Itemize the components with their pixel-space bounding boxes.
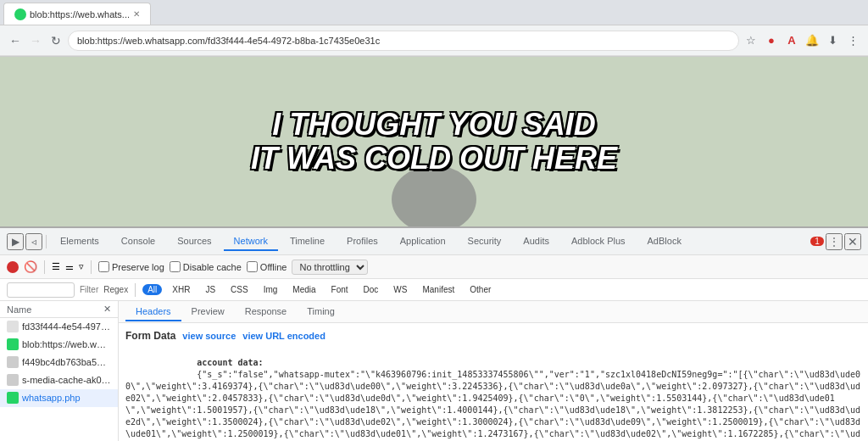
disable-cache-checkbox[interactable]: Disable cache <box>170 261 242 272</box>
address-bar[interactable]: blob:https://web.whatsapp.com/fd33f444-4… <box>68 31 739 51</box>
tab-application[interactable]: Application <box>390 232 456 251</box>
filter-placeholder-label: Filter <box>80 285 98 294</box>
page-content: I THOUGHT YOU SAID IT WAS COLD OUT HERE <box>0 57 868 226</box>
forward-button[interactable]: → <box>27 32 44 49</box>
sep1 <box>44 260 45 274</box>
tab-adblock-plus[interactable]: Adblock Plus <box>561 232 636 251</box>
tab-profiles[interactable]: Profiles <box>337 232 388 251</box>
offline-checkbox[interactable]: Offline <box>247 261 287 272</box>
preserve-log-input[interactable] <box>98 261 109 272</box>
filter-js[interactable]: JS <box>200 284 220 295</box>
tab-elements[interactable]: Elements <box>50 232 109 251</box>
filter-css[interactable]: CSS <box>225 284 253 295</box>
tab-bar: blob:https://web.whats... ✕ <box>0 0 868 25</box>
main-area: I THOUGHT YOU SAID IT WAS COLD OUT HERE … <box>0 57 868 441</box>
tab-network[interactable]: Network <box>224 232 278 251</box>
filter-icon: ▿ <box>79 261 84 272</box>
sidebar-favicon-2 <box>7 338 19 350</box>
filter-other[interactable]: Other <box>465 284 496 295</box>
disable-cache-input[interactable] <box>170 261 181 272</box>
sidebar-item-2[interactable]: blob:https://web.whats... <box>0 336 118 354</box>
sidebar-item-text-1: fd33f444-4e54-4972-b... <box>22 321 111 332</box>
filter-ws[interactable]: WS <box>388 284 412 295</box>
devtools-inspect-icon[interactable]: ▶ <box>7 233 24 250</box>
content-panel: Headers Preview Response Timing Form Dat… <box>119 301 868 441</box>
account-key: account data: <box>197 358 263 367</box>
meme-line2: IT WAS COLD OUT HERE <box>251 142 617 176</box>
sidebar-item-text-3: f449bc4db763ba55378... <box>22 357 111 367</box>
form-data-section: Form Data view source view URL encoded a… <box>125 330 861 441</box>
download-button[interactable]: ⬇ <box>824 32 841 49</box>
adblock-icon[interactable]: A <box>783 32 800 49</box>
sidebar-item-4[interactable]: s-media-cache-ak0.pin... <box>0 371 118 389</box>
req-tab-response[interactable]: Response <box>235 303 298 321</box>
devtools-more-icon[interactable]: ⋮ <box>826 233 843 250</box>
meme-text: I THOUGHT YOU SAID IT WAS COLD OUT HERE <box>251 108 617 175</box>
whatsapp-icon[interactable]: ● <box>763 32 780 49</box>
sidebar-item-text-4: s-media-cache-ak0.pin... <box>22 375 111 385</box>
bookmark-button[interactable]: ☆ <box>743 32 760 49</box>
tab-audits[interactable]: Audits <box>513 232 559 251</box>
tab-console[interactable]: Console <box>111 232 165 251</box>
menu-button[interactable]: ⋮ <box>844 32 861 49</box>
browser-tab[interactable]: blob:https://web.whats... ✕ <box>3 3 151 25</box>
form-data-links: view source view URL encoded <box>182 331 326 341</box>
name-header: Name <box>7 304 31 315</box>
tab-security[interactable]: Security <box>458 232 512 251</box>
devtools-mobile-icon[interactable]: ◃ <box>25 233 42 250</box>
url-text: blob:https://web.whatsapp.com/fd33f444-4… <box>77 36 380 46</box>
tab-sources[interactable]: Sources <box>167 232 221 251</box>
filter-manifest[interactable]: Manifest <box>417 284 459 295</box>
sidebar-favicon-1 <box>7 321 19 332</box>
sidebar-item-1[interactable]: fd33f444-4e54-4972-b... <box>0 318 118 336</box>
filter-xhr[interactable]: XHR <box>167 284 195 295</box>
sep2 <box>91 260 92 274</box>
account-value: {"s_s":"false","whatsapp-mutex":"\"k4639… <box>125 370 860 441</box>
view-url-encoded-link[interactable]: view URL encoded <box>242 331 326 341</box>
extension-icon[interactable]: 🔔 <box>804 32 821 49</box>
devtools-tabs: ▶ ◃ Elements Console Sources Network Tim… <box>0 228 868 255</box>
filter-bar: Filter Regex All XHR JS CSS Img Media Fo… <box>0 279 868 301</box>
devtools-panel: ▶ ◃ Elements Console Sources Network Tim… <box>0 226 868 441</box>
req-tab-preview[interactable]: Preview <box>181 303 235 321</box>
devtools-close-button[interactable]: ✕ <box>844 233 861 250</box>
separator <box>46 235 47 248</box>
view-source-link[interactable]: view source <box>182 331 236 341</box>
record-button[interactable] <box>7 261 19 273</box>
form-data-panel: Form Data view source view URL encoded a… <box>119 323 868 441</box>
offline-input[interactable] <box>247 261 258 272</box>
req-tab-timing[interactable]: Timing <box>297 303 345 321</box>
tab-close-button[interactable]: ✕ <box>133 9 140 19</box>
throttle-select[interactable]: No throttling <box>292 260 368 275</box>
filter-img[interactable]: Img <box>259 284 283 295</box>
tab-title: blob:https://web.whats... <box>30 9 130 20</box>
filter-all[interactable]: All <box>142 284 162 295</box>
preserve-log-checkbox[interactable]: Preserve log <box>98 261 164 272</box>
clear-button[interactable]: 🚫 <box>24 260 37 273</box>
offline-label: Offline <box>260 262 287 272</box>
reload-button[interactable]: ↻ <box>47 32 64 49</box>
filter-input[interactable] <box>7 282 75 298</box>
browser-actions: ☆ ● A 🔔 ⬇ ⋮ <box>743 32 861 49</box>
form-data-header: Form Data view source view URL encoded <box>125 330 861 342</box>
sidebar-item-text-5: whatsapp.php <box>22 393 81 403</box>
tab-adblock[interactable]: AdBlock <box>637 232 692 251</box>
sidebar-favicon-3 <box>7 356 19 368</box>
req-tab-headers[interactable]: Headers <box>125 303 181 321</box>
request-tabs: Headers Preview Response Timing <box>119 301 868 323</box>
filter-font[interactable]: Font <box>326 284 353 295</box>
sidebar-header: Name ✕ <box>0 301 118 318</box>
form-data-title: Form Data <box>125 330 175 342</box>
back-button[interactable]: ← <box>7 32 24 49</box>
browser-toolbar: ← → ↻ blob:https://web.whatsapp.com/fd33… <box>0 25 868 56</box>
filter-doc[interactable]: Doc <box>359 284 384 295</box>
close-sidebar-btn[interactable]: ✕ <box>103 304 111 315</box>
tab-timeline[interactable]: Timeline <box>280 232 335 251</box>
view-icon: ☰ <box>52 261 60 272</box>
sidebar-item-5[interactable]: whatsapp.php <box>0 389 118 407</box>
filter-media[interactable]: Media <box>287 284 320 295</box>
sidebar-item-3[interactable]: f449bc4db763ba55378... <box>0 354 118 371</box>
devtools-body: Name ✕ fd33f444-4e54-4972-b... blob:http… <box>0 301 868 441</box>
meme-image: I THOUGHT YOU SAID IT WAS COLD OUT HERE <box>0 57 868 226</box>
regex-btn[interactable]: Regex <box>103 285 128 294</box>
